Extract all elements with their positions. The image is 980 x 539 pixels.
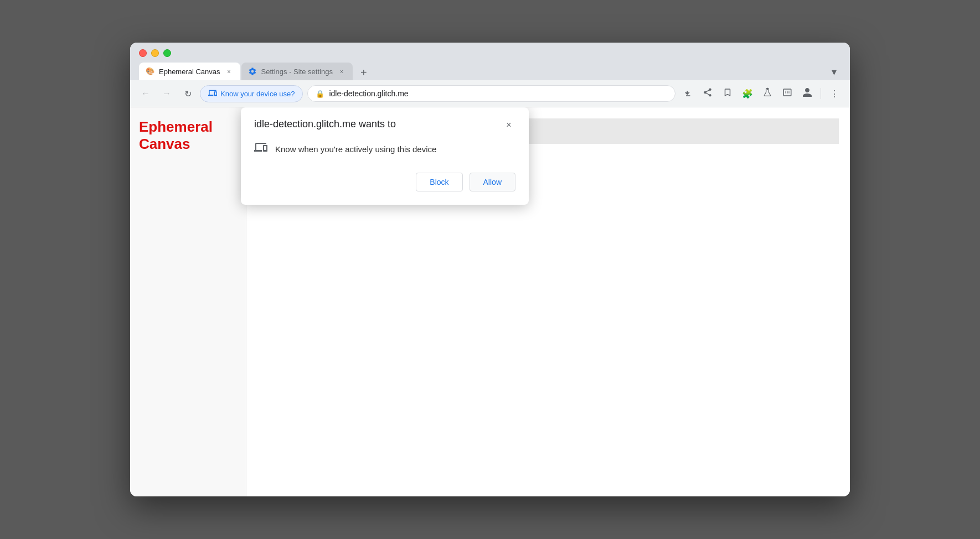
tab-ephemeral-close[interactable]: × [225,67,234,76]
permission-popup: idle-detection.glitch.me wants to × Know… [241,107,529,205]
tab-settings-favicon [248,67,257,76]
browser-window: 🎨 Ephemeral Canvas × Settings - Site set… [130,43,850,496]
popup-header: idle-detection.glitch.me wants to × [254,118,515,132]
reload-button[interactable]: ↻ [179,85,197,102]
tab-ephemeral-canvas[interactable]: 🎨 Ephemeral Canvas × [139,63,240,80]
sidebar: Ephemeral Canvas [130,107,246,496]
permission-device-icon [254,141,267,157]
popup-close-button[interactable]: × [502,118,515,132]
menu-button[interactable]: ⋮ [826,85,843,102]
profile-button[interactable] [798,85,816,102]
window-button[interactable] [778,85,796,102]
toolbar-icons: 🧩 [679,85,843,102]
toolbar: ← → ↻ Know your device use? 🔒 idle-detec… [130,80,850,107]
tab-ephemeral-favicon: 🎨 [146,67,154,76]
flask-icon [762,87,772,100]
menu-icon: ⋮ [830,89,839,99]
share-button[interactable] [699,85,716,102]
back-icon: ← [141,89,150,99]
bookmark-icon [723,87,733,100]
sidebar-title: Ephemeral Canvas [139,118,237,153]
omnibox-wrapper: Know your device use? 🔒 idle-detection.g… [200,85,675,102]
traffic-lights [139,49,841,57]
permission-text: Know when you're actively using this dev… [275,144,436,154]
tab-settings-title: Settings - Site settings [261,68,333,76]
close-window-button[interactable] [139,49,147,57]
tab-settings[interactable]: Settings - Site settings × [241,63,353,80]
download-icon [683,87,693,100]
profile-icon [802,87,813,100]
allow-button[interactable]: Allow [470,173,515,191]
extensions-icon: 🧩 [742,89,753,99]
minimize-window-button[interactable] [151,49,159,57]
device-use-button[interactable]: Know your device use? [200,85,303,102]
share-icon [703,87,713,100]
toolbar-separator [821,88,821,99]
device-use-icon [208,89,217,99]
popup-title: idle-detection.glitch.me wants to [254,118,396,130]
block-button[interactable]: Block [416,173,462,191]
url-text: idle-detection.glitch.me [329,89,667,98]
new-tab-button[interactable]: + [356,65,372,80]
tab-settings-close[interactable]: × [337,67,346,76]
popup-permission-row: Know when you're actively using this dev… [254,141,515,157]
tabs-row: 🎨 Ephemeral Canvas × Settings - Site set… [139,63,841,80]
maximize-window-button[interactable] [163,49,171,57]
back-button[interactable]: ← [137,85,154,102]
download-button[interactable] [679,85,697,102]
tab-dropdown-button[interactable]: ▾ [827,64,841,80]
window-icon [782,87,792,100]
reload-icon: ↻ [184,89,192,99]
omnibox[interactable]: 🔒 idle-detection.glitch.me [307,85,675,102]
forward-button[interactable]: → [158,85,176,102]
forward-icon: → [162,89,171,99]
flask-button[interactable] [759,85,776,102]
lock-icon: 🔒 [316,90,324,98]
popup-actions: Block Allow [254,173,515,191]
bookmark-button[interactable] [719,85,736,102]
device-use-label: Know your device use? [220,90,295,98]
title-bar: 🎨 Ephemeral Canvas × Settings - Site set… [130,43,850,80]
page-content: Ephemeral Canvas Don't move your mouse d… [130,107,850,496]
extensions-button[interactable]: 🧩 [739,85,756,102]
tab-ephemeral-title: Ephemeral Canvas [159,68,220,76]
